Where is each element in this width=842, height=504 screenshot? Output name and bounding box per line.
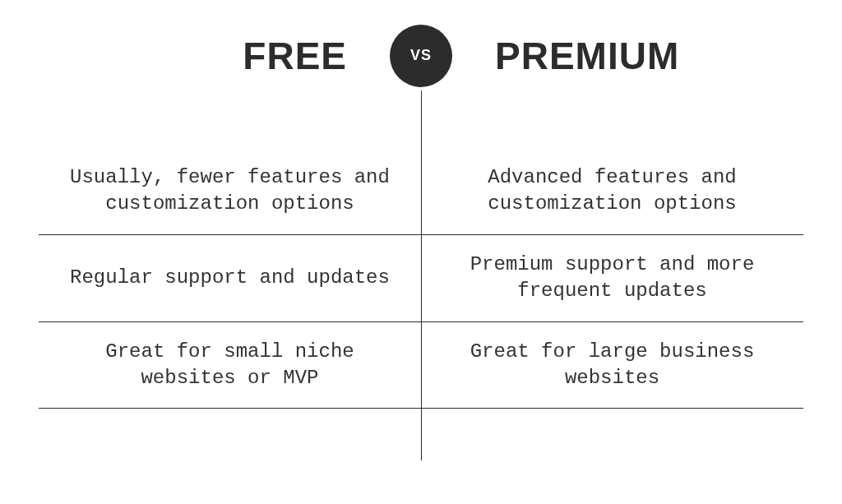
- cell-premium: Premium support and more frequent update…: [421, 235, 803, 321]
- title-premium: PREMIUM: [421, 34, 803, 78]
- cell-free: Great for small niche websites or MVP: [39, 322, 421, 409]
- cell-free: Regular support and updates: [39, 235, 421, 321]
- title-free: FREE: [39, 34, 421, 78]
- vertical-divider: [421, 90, 422, 460]
- cell-premium: Advanced features and customization opti…: [421, 148, 803, 234]
- vs-badge: VS: [390, 25, 452, 87]
- comparison-diagram: FREE PREMIUM VS Usually, fewer features …: [0, 0, 842, 504]
- comparison-table: Usually, fewer features and customizatio…: [39, 111, 803, 504]
- cell-premium: Great for large business websites: [421, 322, 803, 409]
- cell-free: Usually, fewer features and customizatio…: [39, 148, 421, 234]
